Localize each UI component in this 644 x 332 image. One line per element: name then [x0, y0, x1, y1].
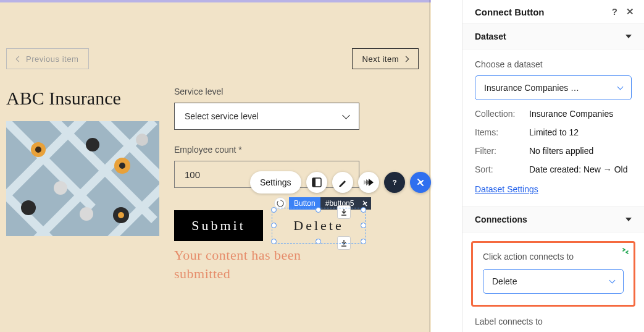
- data-link-icon[interactable]: [410, 172, 431, 193]
- chevron-right-icon: [403, 56, 409, 62]
- svg-rect-21: [312, 178, 316, 187]
- svg-point-14: [54, 181, 67, 195]
- animation-icon[interactable]: [358, 172, 379, 193]
- svg-point-13: [119, 163, 125, 169]
- service-level-select[interactable]: Select service level: [174, 103, 359, 130]
- help-icon[interactable]: ?: [612, 6, 617, 17]
- dataset-kv-sort: Sort: Date created: New → Old: [475, 164, 632, 174]
- sync-icon: [621, 247, 630, 257]
- help-icon[interactable]: ?: [384, 172, 405, 193]
- label-connects-label: Label connects to: [475, 317, 632, 326]
- submit-button[interactable]: Submit: [174, 210, 263, 241]
- resize-handle[interactable]: [271, 239, 277, 244]
- connections-section-toggle[interactable]: Connections: [462, 207, 644, 232]
- close-icon[interactable]: ✕: [626, 6, 634, 17]
- resize-handle[interactable]: [271, 207, 277, 213]
- svg-point-18: [118, 212, 124, 218]
- click-action-highlight: Click action connects to Delete: [471, 241, 635, 307]
- dataset-settings-link[interactable]: Dataset Settings: [475, 184, 538, 194]
- svg-text:?: ?: [392, 179, 396, 186]
- dataset-section-toggle[interactable]: Dataset: [462, 24, 644, 49]
- next-item-label: Next item: [362, 54, 399, 64]
- previous-item-button[interactable]: Previous item: [6, 48, 89, 69]
- svg-point-16: [80, 207, 93, 221]
- resize-handle[interactable]: [361, 207, 366, 213]
- design-icon[interactable]: [332, 172, 353, 193]
- previous-item-label: Previous item: [26, 54, 78, 64]
- svg-point-11: [86, 138, 99, 151]
- submission-status-text: Your content has been submitted: [174, 246, 301, 283]
- dataset-kv-collection: Collection: Insurance Companies: [475, 109, 632, 119]
- choose-dataset-label: Choose a dataset: [475, 59, 632, 69]
- svg-point-15: [21, 200, 36, 215]
- layout-icon[interactable]: [306, 172, 327, 193]
- selected-element-tag: Button #button5: [274, 197, 371, 210]
- panel-title: Connect Button: [475, 7, 544, 17]
- dataset-kv-items: Items: Limited to 12: [475, 127, 632, 137]
- service-level-placeholder: Select service level: [185, 111, 259, 121]
- resize-handle[interactable]: [316, 239, 321, 244]
- employee-count-label: Employee count *: [174, 145, 359, 155]
- click-action-label: Click action connects to: [483, 252, 624, 262]
- delete-button-selected[interactable]: Delete: [274, 210, 363, 241]
- page-title: ABC Insurance: [6, 88, 121, 109]
- service-level-label: Service level: [174, 87, 359, 96]
- next-item-button[interactable]: Next item: [352, 48, 419, 69]
- chevron-left-icon: [16, 56, 22, 62]
- chevron-down-icon: [617, 83, 624, 90]
- connect-panel: Connect Button ? ✕ Dataset Choose a data…: [462, 0, 644, 332]
- element-action-toolbar: Settings ?: [250, 171, 431, 194]
- chevron-down-icon: [625, 35, 632, 38]
- hero-image: [6, 121, 159, 236]
- chevron-down-icon: [609, 277, 616, 283]
- resize-handle[interactable]: [361, 223, 366, 228]
- dataset-select[interactable]: Insurance Companies …: [475, 75, 632, 100]
- resize-handle[interactable]: [361, 239, 366, 244]
- dataset-kv-filter: Filter: No filters applied: [475, 146, 632, 156]
- click-action-select[interactable]: Delete: [483, 269, 624, 294]
- resize-handle[interactable]: [316, 207, 321, 213]
- chevron-down-icon: [342, 111, 350, 119]
- resize-handle[interactable]: [271, 223, 277, 228]
- svg-point-19: [136, 134, 148, 146]
- svg-point-10: [35, 147, 41, 153]
- delete-button[interactable]: Delete: [274, 210, 363, 241]
- settings-button[interactable]: Settings: [250, 171, 301, 194]
- chevron-down-icon: [625, 218, 632, 221]
